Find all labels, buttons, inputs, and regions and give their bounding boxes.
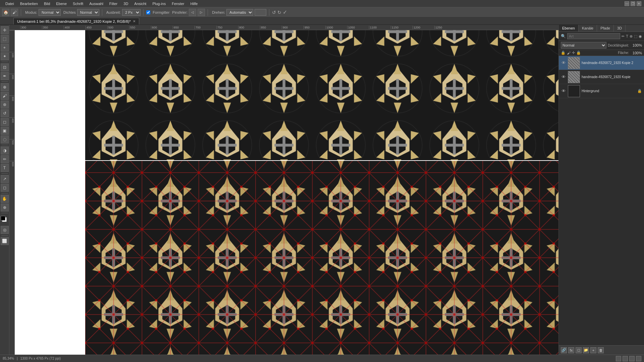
drehen-select[interactable]: Automatisch [226, 9, 253, 16]
healing-tool[interactable]: ⊕ [1, 83, 9, 91]
tab-3d[interactable]: 3D [614, 25, 626, 32]
effect-icon[interactable]: ⊕ [630, 34, 633, 39]
eyedropper-tool[interactable]: ✒ [1, 72, 9, 80]
fg-color-box[interactable] [1, 216, 5, 221]
menu-item-plugins[interactable]: Plug-ins [150, 1, 168, 6]
canvas-viewport[interactable] [15, 30, 558, 355]
undo-button[interactable]: ↺ [272, 10, 276, 15]
status-icon-3[interactable] [629, 356, 635, 361]
lock-all-icon[interactable]: 🔒 [576, 51, 581, 55]
menu-item-auswahl[interactable]: Auswahl [87, 1, 106, 6]
menu-bar: Datei Bearbeiten Bild Ebene Schrift Ausw… [0, 0, 644, 7]
group-icon[interactable]: ⬚ [634, 34, 637, 39]
modus-select[interactable]: Normal [39, 9, 61, 16]
fill-label: Fläche: [618, 51, 629, 55]
layer-item-1[interactable]: 👁 handmade-4926872_1920 Kopie [559, 70, 644, 84]
ruler-v-mark: 100 [9, 52, 14, 74]
lasso-tool[interactable]: ⌖ [1, 44, 9, 52]
ausbreit-select[interactable]: 2 Px [122, 9, 141, 16]
dichtes-select[interactable]: Normal [77, 9, 99, 16]
blend-mode-select[interactable]: Normal [561, 42, 606, 49]
dodge-tool[interactable]: ◑ [1, 146, 9, 155]
lock-transparent-icon[interactable]: 🔒 [561, 51, 566, 55]
pen-tool[interactable]: ✏ [1, 155, 9, 163]
menu-item-fenster[interactable]: Fenster [169, 1, 187, 6]
new-group-button[interactable]: 📁 [583, 347, 589, 353]
tab-close-button[interactable]: ✕ [133, 19, 136, 23]
layer-thumb-2 [568, 85, 580, 97]
gradient-tool[interactable]: ▣ [1, 127, 9, 135]
add-style-button[interactable]: fx [568, 347, 574, 353]
text-tool[interactable]: T [1, 164, 9, 172]
link-layers-button[interactable]: 🔗 [561, 347, 567, 353]
status-icon-4[interactable] [636, 356, 641, 361]
blur-tool[interactable]: ◌ [1, 135, 9, 143]
toolbar: 🏠 🖌 Modus: Normal Dichtes Normal Ausbrei… [0, 7, 644, 17]
stamp-tool[interactable]: ⊛ [1, 101, 9, 109]
minimize-button[interactable]: — [625, 1, 629, 6]
layer-eye-0[interactable]: 👁 [561, 60, 566, 66]
lock-pixels-icon[interactable]: 🖌 [567, 51, 571, 55]
ruler-mark: 1050 [347, 26, 369, 29]
status-icon-1[interactable] [616, 356, 621, 361]
layer-eye-1[interactable]: 👁 [561, 74, 566, 80]
magic-wand-tool[interactable]: ✦ [1, 52, 9, 60]
toolbar-separator-2 [102, 9, 102, 16]
home-icon[interactable]: 🏠 [2, 9, 9, 16]
menu-item-bearbeiten[interactable]: Bearbeiten [17, 1, 41, 6]
menu-item-ebene[interactable]: Ebene [53, 1, 69, 6]
layer-thumb-1 [568, 71, 580, 83]
restore-button[interactable]: ❐ [631, 1, 635, 6]
menu-item-filter[interactable]: Filter [107, 1, 120, 6]
path-select-tool[interactable]: ↗ [1, 175, 9, 183]
color-selector[interactable] [1, 216, 9, 224]
color-icon[interactable]: ◉ [639, 34, 642, 39]
brush-tool[interactable]: 🖌 [1, 92, 9, 100]
layer-item-0[interactable]: 👁 handmade-4926872_1920 Kopie 2 [559, 56, 644, 70]
layer-search-input[interactable] [567, 33, 620, 39]
move-tool[interactable]: ✛ [1, 26, 9, 34]
add-mask-button[interactable]: ◻ [576, 347, 582, 353]
layer-eye-2[interactable]: 👁 [561, 88, 566, 94]
brush-icon[interactable]: 🖌 [11, 9, 18, 16]
filter-icon[interactable]: ✏ [622, 34, 625, 39]
tab-kanaele[interactable]: Kanäle [579, 25, 597, 32]
delete-layer-button[interactable]: 🗑 [598, 347, 604, 353]
menu-item-ansicht[interactable]: Ansicht [131, 1, 149, 6]
status-icon-2[interactable] [623, 356, 628, 361]
close-button[interactable]: ✕ [637, 1, 641, 6]
tab-pfade[interactable]: Pfade [597, 25, 614, 32]
drehen-value-input[interactable] [255, 9, 266, 16]
pinsfeler-icon2[interactable]: ▷ [198, 9, 205, 16]
menu-item-schrift[interactable]: Schrift [70, 1, 86, 6]
hand-tool[interactable]: ✋ [1, 195, 9, 203]
layer-item-2[interactable]: 👁 Hintergrund 🔒 [559, 84, 644, 98]
shape-tool[interactable]: ◻ [1, 184, 9, 192]
menu-item-datei[interactable]: Datei [3, 1, 17, 6]
lock-position-icon[interactable]: ✛ [572, 51, 575, 55]
menu-item-bild[interactable]: Bild [41, 1, 53, 6]
layer-thumb-pattern-0 [568, 57, 580, 69]
redo-button[interactable]: ↻ [277, 10, 281, 15]
eraser-tool[interactable]: ◻ [1, 118, 9, 126]
new-layer-button[interactable]: + [590, 347, 596, 353]
confirm-button[interactable]: ✓ [283, 9, 287, 15]
tool-separator-6 [1, 213, 8, 213]
pinsfeler-icon1[interactable]: ◁ [189, 9, 196, 16]
formgitter-checkbox[interactable] [146, 10, 150, 14]
screen-mode-btn[interactable]: ⬜ [1, 237, 9, 245]
history-tool[interactable]: ↺ [1, 109, 9, 117]
quick-mask-btn[interactable]: ◎ [1, 226, 9, 234]
select-tool[interactable]: ⬚ [1, 35, 9, 43]
zoom-tool[interactable]: ⊕ [1, 203, 9, 212]
ruler-v-mark: 200 [9, 74, 14, 96]
crop-tool[interactable]: ⊡ [1, 63, 9, 71]
menu-item-3d[interactable]: 3D [121, 1, 131, 6]
formgitter-label: Formgitter [153, 10, 169, 14]
document-tab[interactable]: Unbenannt-1 bei 85,3% (handmade-4926872_… [13, 18, 139, 24]
menu-item-hilfe[interactable]: Hilfe [187, 1, 200, 6]
panel-tabs: Ebenen Kanäle Pfade 3D [559, 25, 644, 32]
ruler-mark: 550 [129, 26, 151, 29]
tab-ebenen[interactable]: Ebenen [559, 25, 579, 32]
text-icon[interactable]: T [626, 34, 628, 38]
